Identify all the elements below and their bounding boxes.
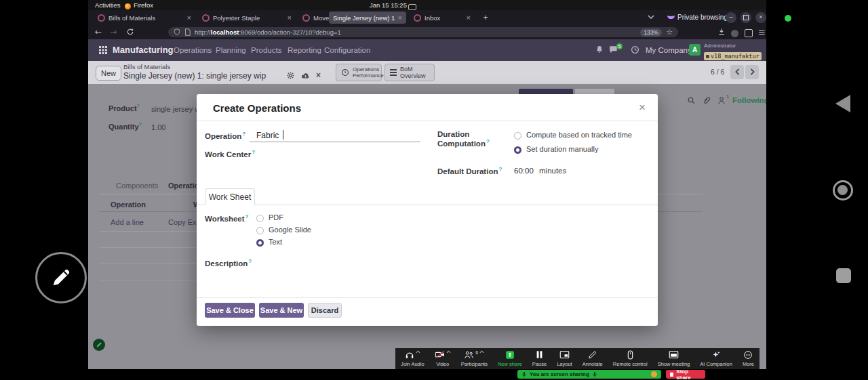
annotate-button[interactable]: Annotate [583,350,603,367]
tab-overflow-chevron-icon[interactable] [648,15,654,19]
show-meeting-button[interactable]: Show meeting [658,350,690,367]
operation-input[interactable]: Fabric [250,127,420,142]
chevron-up-icon[interactable] [479,350,484,354]
pager-next-button[interactable] [745,65,759,79]
radio-compute-tracked-time-label[interactable]: Compute based on tracked time [526,131,632,139]
window-restore-button[interactable] [741,12,751,23]
default-duration-input[interactable]: 60:00 [514,167,534,175]
extensions-icon[interactable] [745,28,753,40]
account-icon[interactable] [731,28,738,40]
window-close-button[interactable]: × [755,12,766,23]
join-audio-button[interactable]: Join Audio [401,350,425,367]
dialog-title: Create Operations [213,102,301,114]
activities-button[interactable]: Activities [95,1,120,9]
radio-set-duration-manually[interactable] [514,146,521,154]
window-minimize-button[interactable]: – [726,12,736,23]
layout-button[interactable]: Layout [557,350,572,367]
annotate-indicator[interactable] [93,339,105,351]
stop-share-button[interactable]: Stop share [666,370,705,379]
forward-icon[interactable]: → [110,25,117,39]
following-button[interactable]: Following [732,96,766,104]
company-switcher[interactable]: My Company [646,46,692,54]
browser-tab[interactable]: Bills of Materials × [94,12,195,24]
ai-companion-button[interactable]: AI Companion [700,350,732,367]
save-and-new-button[interactable]: Save & New [259,303,304,318]
save-cloud-icon[interactable] [301,72,310,79]
breadcrumb-parent[interactable]: Bills of Materials [123,63,170,70]
url-bar[interactable]: http://localhost:8069/odoo/action-327/10… [168,27,678,37]
remote-control-button[interactable]: Remote control [613,350,648,367]
more-button[interactable]: More [743,350,754,367]
tab-close-icon[interactable]: × [467,14,471,21]
menu-hamburger-icon[interactable]: ≡ [758,25,766,39]
pager-previous-button[interactable] [730,65,744,79]
save-and-close-button[interactable]: Save & Close [205,303,255,318]
radio-worksheet-text[interactable] [256,239,264,247]
page-info-icon[interactable] [184,28,191,36]
browser-toolbar: ← → http://localhost:8069/odoo/action-32… [88,25,766,40]
apps-grid-icon[interactable] [99,46,107,54]
radio-set-duration-manually-label[interactable]: Set duration manually [526,145,598,153]
chevron-up-icon[interactable] [446,350,451,354]
menu-products[interactable]: Products [251,46,281,54]
menu-planning[interactable]: Planning [216,46,246,54]
add-a-line-link[interactable]: Add a line [111,218,144,226]
dialog-close-icon[interactable]: × [639,101,646,114]
shield-icon[interactable] [174,28,180,36]
android-home-button[interactable] [833,180,853,200]
pause-share-button[interactable]: Pause [532,350,547,367]
participants-button[interactable]: 6 Participants [461,350,488,367]
tab-close-icon[interactable]: × [288,14,292,21]
new-share-button[interactable]: New share [498,350,522,367]
notifications-bell-icon[interactable] [595,45,604,54]
tab-components[interactable]: Components [116,182,158,190]
operations-performance-button[interactable]: OperationsPerformance [336,64,382,81]
android-back-button[interactable] [835,95,850,112]
menu-operations[interactable]: Operations [174,46,212,54]
search-icon[interactable] [687,96,696,105]
tab-close-icon[interactable]: × [187,14,191,21]
default-duration-label: Default Duration? [437,166,502,175]
messages-badge: 5 [616,43,623,49]
record-settings-gear-icon[interactable] [287,72,294,79]
radio-worksheet-pdf[interactable] [256,215,264,222]
radio-worksheet-pdf-label[interactable]: PDF [269,213,283,221]
app-name[interactable]: Manufacturing [113,45,174,55]
activities-clock-icon[interactable] [631,45,639,54]
radio-worksheet-google-slide[interactable] [256,227,264,234]
clock[interactable]: Jan 15 15:25 [370,1,407,9]
zoom-level-badge[interactable]: 133% [640,28,662,37]
column-operation[interactable]: Operation [111,200,146,209]
bookmark-star-icon[interactable]: ☆ [666,28,673,37]
followers-icon[interactable] [717,96,726,105]
attachment-paperclip-icon[interactable] [703,96,711,105]
description-input[interactable] [256,255,636,291]
menu-configuration[interactable]: Configuration [324,46,370,54]
back-icon[interactable]: ← [95,25,102,39]
worksheet-tab[interactable]: Work Sheet [205,188,255,205]
browser-tab[interactable]: Inbox × [410,12,475,24]
discard-x-icon[interactable]: × [316,70,321,80]
bom-overview-button[interactable]: BoM Overview [384,64,435,81]
focused-app-label[interactable]: Firefox [134,1,153,9]
chevron-up-icon[interactable] [416,350,420,354]
radio-worksheet-text-label[interactable]: Text [269,238,282,246]
discard-button[interactable]: Discard [308,303,342,318]
reload-icon[interactable] [126,28,134,36]
new-tab-button[interactable]: + [479,12,492,24]
browser-tab[interactable]: Polyester Staple × [198,12,296,24]
site-favicon [202,14,210,22]
avatar[interactable]: A [689,44,701,56]
android-recents-button[interactable] [836,268,851,283]
menu-reporting[interactable]: Reporting [288,46,321,54]
annotation-pen-tool[interactable] [35,252,87,303]
new-record-button[interactable]: New [96,66,121,81]
quantity-value[interactable]: 1.00 [151,123,165,131]
radio-compute-tracked-time[interactable] [514,132,521,140]
radio-worksheet-google-slide-label[interactable]: Google Slide [269,226,311,234]
downloads-icon[interactable] [717,28,726,36]
operation-label: Operation? [205,131,245,140]
tab-close-icon[interactable]: × [398,14,402,21]
video-button[interactable]: Video [435,350,451,367]
browser-tab-active[interactable]: Single Jersey (new) 1: sin × [329,12,406,24]
